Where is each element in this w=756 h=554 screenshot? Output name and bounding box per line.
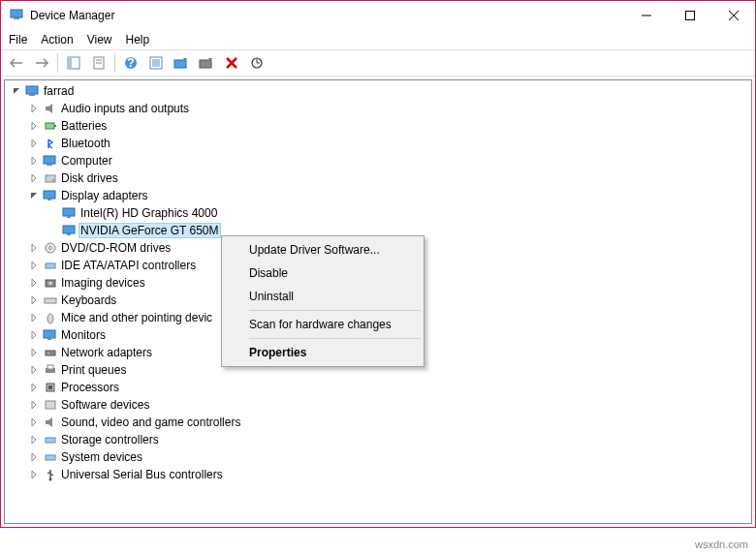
device-category-icon (42, 311, 59, 324)
device-category-icon (42, 433, 59, 446)
tree-label: Network adapters (59, 346, 154, 359)
tree-node[interactable]: Processors (7, 379, 749, 396)
twisty-icon[interactable] (26, 383, 42, 392)
twisty-icon[interactable] (9, 86, 24, 96)
tree-label: farrad (42, 84, 76, 98)
twisty-icon[interactable] (26, 348, 42, 357)
device-category-icon (42, 293, 59, 307)
context-menu-item[interactable]: Disable (224, 262, 422, 285)
maximize-button[interactable] (668, 2, 711, 30)
svg-rect-28 (44, 191, 55, 199)
disable-button[interactable] (220, 51, 243, 75)
tree-node[interactable]: Batteries (7, 117, 749, 135)
display-adapter-icon (61, 224, 79, 237)
tree-label: Batteries (59, 119, 109, 133)
device-category-icon (42, 137, 59, 150)
svg-rect-32 (63, 226, 75, 233)
display-adapter-icon (61, 206, 79, 220)
svg-rect-50 (46, 401, 55, 409)
scan-hardware-button[interactable] (245, 51, 268, 75)
twisty-icon[interactable] (26, 156, 42, 166)
uninstall-button[interactable] (195, 51, 218, 75)
context-menu-item[interactable]: Uninstall (224, 285, 422, 308)
tree-node[interactable]: Computer (7, 152, 749, 169)
device-category-icon (42, 171, 59, 185)
twisty-icon[interactable] (26, 261, 42, 270)
device-category-icon (42, 398, 59, 412)
tree-label: Universal Serial Bus controllers (59, 468, 225, 481)
twisty-icon[interactable] (26, 295, 42, 305)
device-category-icon (42, 416, 59, 429)
twisty-icon[interactable] (26, 173, 42, 183)
twisty-icon[interactable] (26, 452, 42, 462)
device-category-icon (42, 346, 59, 359)
close-button[interactable] (711, 2, 755, 30)
svg-rect-15 (174, 60, 186, 68)
svg-rect-26 (46, 175, 55, 182)
twisty-icon[interactable] (26, 104, 42, 113)
twisty-icon[interactable] (26, 417, 42, 427)
menu-file[interactable]: File (9, 33, 27, 46)
device-category-icon (42, 276, 59, 290)
tree-label: Monitors (59, 328, 108, 342)
tree-node[interactable]: Universal Serial Bus controllers (7, 466, 749, 483)
svg-rect-25 (47, 164, 52, 166)
svg-rect-23 (54, 125, 56, 127)
svg-rect-52 (46, 455, 55, 460)
tree-label: Storage controllers (59, 433, 161, 446)
twisty-icon[interactable] (26, 400, 42, 410)
tree-node[interactable]: Audio inputs and outputs (7, 100, 749, 117)
minimize-button[interactable] (624, 2, 668, 30)
menu-help[interactable]: Help (126, 33, 150, 46)
twisty-icon[interactable] (26, 278, 42, 288)
properties-button[interactable] (87, 51, 110, 75)
tree-node[interactable]: Storage controllers (7, 431, 749, 448)
tree-label: Software devices (59, 398, 151, 412)
twisty-icon[interactable] (26, 243, 42, 253)
show-hide-tree-button[interactable] (62, 51, 85, 75)
tree-node[interactable]: Disk drives (7, 169, 749, 187)
tree-node[interactable]: Sound, video and game controllers (7, 414, 749, 431)
device-category-icon (42, 363, 59, 377)
forward-button[interactable] (30, 51, 53, 75)
back-button[interactable] (5, 51, 28, 75)
menu-view[interactable]: View (87, 33, 112, 46)
twisty-icon[interactable] (26, 435, 42, 445)
tree-node[interactable]: Software devices (7, 396, 749, 414)
twisty-icon[interactable] (26, 330, 42, 340)
twisty-icon[interactable] (26, 365, 42, 375)
device-category-icon (42, 328, 59, 342)
device-category-icon (42, 189, 59, 202)
computer-icon (24, 84, 42, 98)
twisty-icon[interactable] (26, 313, 42, 323)
svg-rect-42 (44, 330, 55, 338)
tree-label: NVIDIA GeForce GT 650M (79, 223, 221, 238)
tree-node[interactable]: System devices (7, 448, 749, 466)
twisty-icon[interactable] (26, 470, 42, 479)
tree-root[interactable]: farrad (7, 82, 749, 100)
help-button[interactable]: ? (119, 51, 142, 75)
svg-rect-24 (44, 156, 55, 164)
svg-point-35 (49, 247, 52, 250)
device-category-icon (42, 381, 59, 394)
context-menu-item[interactable]: Scan for hardware changes (224, 313, 422, 336)
menu-action[interactable]: Action (41, 33, 73, 46)
tree-node[interactable]: Bluetooth (7, 135, 749, 152)
twisty-icon[interactable] (26, 191, 42, 200)
tree-leaf[interactable]: Intel(R) HD Graphics 4000 (7, 204, 749, 222)
svg-rect-36 (46, 263, 55, 268)
tree-label: Imaging devices (59, 276, 147, 290)
context-menu-item[interactable]: Update Driver Software... (224, 238, 422, 262)
twisty-icon[interactable] (26, 121, 42, 131)
device-category-icon (42, 450, 59, 464)
tree-label: System devices (59, 450, 144, 464)
svg-rect-29 (47, 199, 51, 200)
action-button[interactable] (144, 51, 168, 75)
update-driver-button[interactable] (170, 51, 193, 75)
tree-label: Sound, video and game controllers (59, 416, 242, 429)
twisty-icon[interactable] (26, 138, 42, 148)
tree-label: Bluetooth (59, 137, 112, 150)
device-category-icon (42, 154, 59, 168)
context-menu-item[interactable]: Properties (224, 341, 422, 364)
tree-node[interactable]: Display adapters (7, 187, 749, 204)
